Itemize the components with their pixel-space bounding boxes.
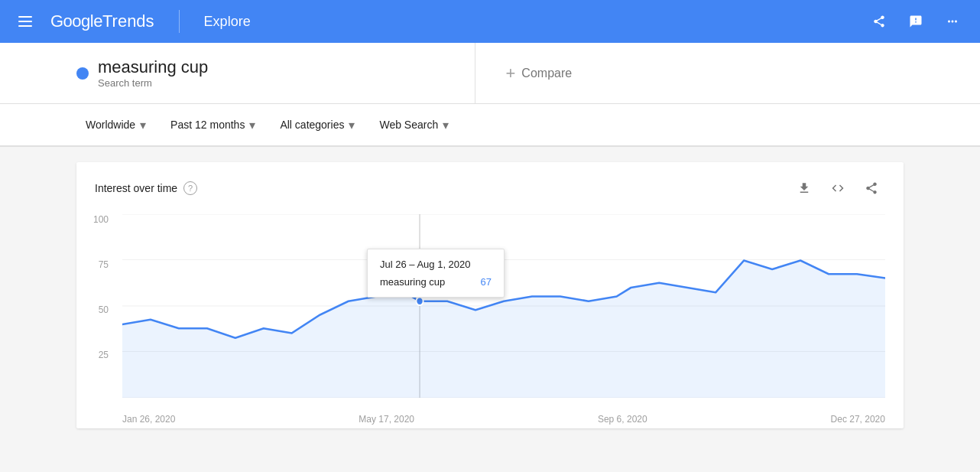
time-chevron-icon: ▾ <box>249 118 255 132</box>
feedback-button[interactable] <box>900 6 931 37</box>
chart-svg <box>122 214 885 398</box>
logo-google: Google <box>50 11 102 31</box>
download-button[interactable] <box>790 174 818 202</box>
time-label: Past 12 months <box>170 119 245 131</box>
tooltip-row: measuring cup 67 <box>380 276 492 288</box>
logo: Google Trends <box>50 11 154 31</box>
compare-block[interactable]: + Compare <box>475 43 904 103</box>
y-label-25: 25 <box>99 350 109 360</box>
y-label-75: 75 <box>99 259 109 270</box>
term-dot <box>76 67 89 80</box>
time-filter[interactable]: Past 12 months ▾ <box>161 113 264 137</box>
term-type: Search term <box>98 77 208 89</box>
chart-title-area: Interest over time ? <box>95 181 197 195</box>
y-label-100: 100 <box>93 214 109 225</box>
svg-rect-1 <box>18 21 32 22</box>
x-label-may: May 17, 2020 <box>359 414 414 425</box>
categories-label: All categories <box>280 119 344 131</box>
tooltip-value: 67 <box>481 276 492 288</box>
search-type-label: Web Search <box>379 119 438 131</box>
y-axis-labels: 100 75 50 25 <box>76 214 115 398</box>
chart-tooltip: Jul 26 – Aug 1, 2020 measuring cup 67 <box>367 249 505 298</box>
main-content: Interest over time ? <box>0 147 980 444</box>
header-explore-label: Explore <box>204 14 251 30</box>
worldwide-chevron-icon: ▾ <box>140 118 146 132</box>
svg-point-9 <box>416 298 423 305</box>
share-chart-button[interactable] <box>858 174 885 202</box>
filters-area: Worldwide ▾ Past 12 months ▾ All categor… <box>0 104 980 147</box>
tooltip-term: measuring cup <box>380 276 445 288</box>
chart-title: Interest over time <box>95 182 177 194</box>
apps-button[interactable] <box>937 6 968 37</box>
chart-area: 100 75 50 25 <box>76 214 904 428</box>
search-term-block: measuring cup Search term <box>76 43 475 103</box>
compare-label: Compare <box>521 67 572 80</box>
x-label-sep: Sep 6, 2020 <box>598 414 647 425</box>
worldwide-label: Worldwide <box>86 119 135 131</box>
chart-actions <box>790 174 885 202</box>
worldwide-filter[interactable]: Worldwide ▾ <box>76 113 155 137</box>
categories-filter[interactable]: All categories ▾ <box>271 113 364 137</box>
header-icons <box>864 6 968 37</box>
x-label-jan: Jan 26, 2020 <box>122 414 175 425</box>
search-area: measuring cup Search term + Compare <box>0 43 980 104</box>
logo-trends: Trends <box>102 11 154 31</box>
y-label-50: 50 <box>99 304 109 315</box>
compare-plus-icon: + <box>506 63 516 83</box>
chart-card: Interest over time ? <box>76 162 904 428</box>
tooltip-date: Jul 26 – Aug 1, 2020 <box>380 259 492 270</box>
svg-rect-2 <box>18 25 32 27</box>
x-label-dec: Dec 27, 2020 <box>831 414 885 425</box>
svg-rect-0 <box>18 16 32 18</box>
embed-button[interactable] <box>824 174 852 202</box>
categories-chevron-icon: ▾ <box>349 118 355 132</box>
x-axis-labels: Jan 26, 2020 May 17, 2020 Sep 6, 2020 De… <box>122 410 885 428</box>
chart-header: Interest over time ? <box>76 174 904 214</box>
share-button[interactable] <box>864 6 894 37</box>
term-name: measuring cup <box>98 57 208 77</box>
header-divider <box>179 10 180 33</box>
search-type-filter[interactable]: Web Search ▾ <box>370 113 458 137</box>
term-text: measuring cup Search term <box>98 57 208 89</box>
menu-icon[interactable] <box>12 7 38 37</box>
search-type-chevron-icon: ▾ <box>443 118 449 132</box>
help-icon[interactable]: ? <box>183 181 197 195</box>
header: Google Trends Explore <box>0 0 980 43</box>
